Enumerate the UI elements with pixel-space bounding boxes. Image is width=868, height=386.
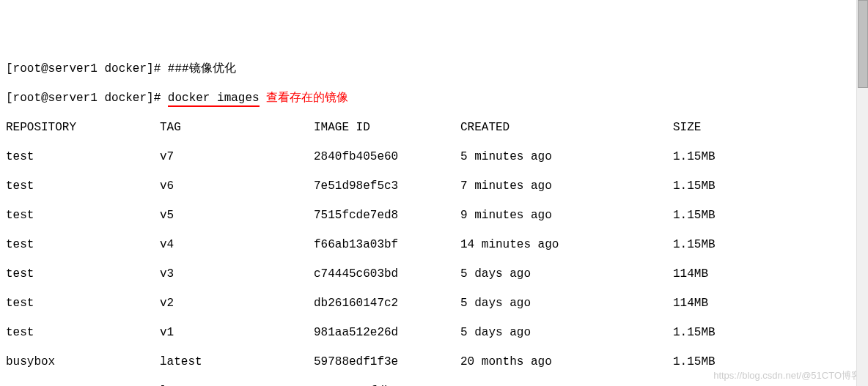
table-row: testv3c74445c603bd5 days ago114MB — [6, 267, 862, 281]
table-row: testv57515fcde7ed89 minutes ago1.15MB — [6, 208, 862, 223]
col-image-id: IMAGE ID — [314, 120, 460, 135]
terminal-line: [root@server1 docker]# docker images 查看存… — [6, 91, 862, 105]
table-row: testv67e51d98ef5c37 minutes ago1.15MB — [6, 179, 862, 193]
col-created: CREATED — [460, 120, 673, 135]
prompt: [root@server1 docker]# — [6, 92, 168, 105]
annotation-text: 查看存在的镜像 — [260, 92, 349, 105]
table-header: REPOSITORYTAGIMAGE IDCREATEDSIZE — [6, 120, 862, 135]
col-size: SIZE — [673, 120, 701, 135]
command-text: ###镜像优化 — [168, 62, 236, 75]
table-row: busyboxlatest59788edf1f3e20 months ago1.… — [6, 355, 862, 369]
table-row: testv4f66ab13a03bf14 minutes ago1.15MB — [6, 237, 862, 252]
command-text: docker images — [168, 92, 260, 107]
col-tag: TAG — [160, 120, 314, 135]
table-row: testv1981aa512e26d5 days ago1.15MB — [6, 325, 862, 340]
prompt: [root@server1 docker]# — [6, 62, 168, 75]
table-row: testv72840fb405e605 minutes ago1.15MB — [6, 149, 862, 164]
terminal-line: [root@server1 docker]# ###镜像优化 — [6, 62, 862, 76]
table-row: testv2db26160147c25 days ago114MB — [6, 296, 862, 311]
watermark: https://blog.csdn.net/@51CTO博客 — [713, 370, 861, 382]
col-repository: REPOSITORY — [6, 120, 160, 135]
scrollbar-thumb[interactable] — [858, 0, 868, 88]
scrollbar[interactable] — [856, 0, 868, 386]
